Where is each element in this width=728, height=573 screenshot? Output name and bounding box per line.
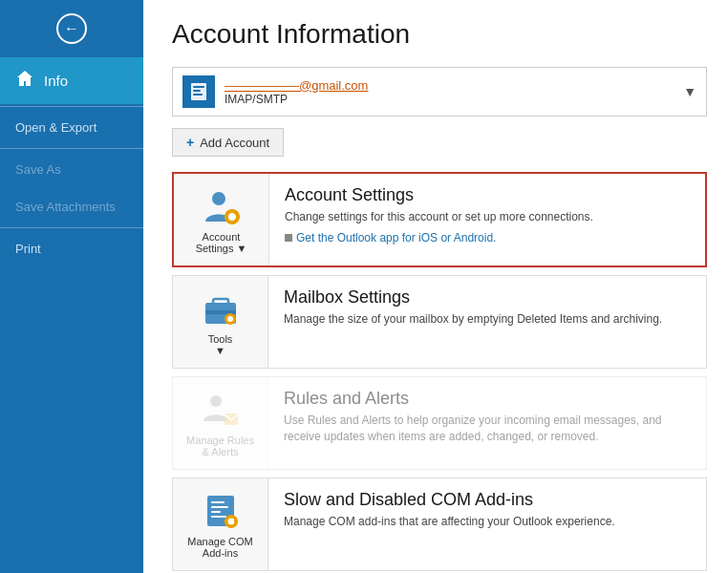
sidebar-divider-1 (0, 106, 143, 107)
account-settings-link-text: Get the Outlook app for iOS or Android. (296, 231, 496, 244)
com-addins-icon (200, 490, 242, 532)
mailbox-settings-content: Mailbox Settings Manage the size of your… (268, 276, 706, 368)
svg-rect-26 (211, 516, 226, 518)
sidebar: ← Info Open & Export Save As Save Attach… (0, 0, 143, 573)
svg-rect-7 (230, 209, 233, 213)
account-settings-desc: Change settings for this account or set … (285, 209, 690, 225)
svg-rect-23 (211, 501, 225, 503)
add-account-button[interactable]: + Add Account (172, 128, 284, 157)
house-icon (15, 69, 34, 93)
svg-point-19 (227, 316, 233, 322)
sidebar-item-open-export[interactable]: Open & Export (0, 109, 143, 146)
mailbox-settings-icon-label: Tools▼ (208, 333, 233, 356)
svg-rect-1 (193, 86, 204, 88)
back-circle-icon: ← (56, 13, 87, 44)
rules-alerts-title: Rules and Alerts (284, 389, 691, 409)
add-account-label: Add Account (200, 136, 269, 150)
sidebar-item-info[interactable]: Info (0, 57, 143, 104)
svg-rect-2 (193, 90, 201, 92)
dropdown-arrow-icon: ▼ (683, 84, 696, 99)
rules-alerts-content: Rules and Alerts Use Rules and Alerts to… (268, 377, 706, 469)
mailbox-settings-card[interactable]: Tools▼ Mailbox Settings Manage the size … (172, 275, 707, 369)
mailbox-settings-desc: Manage the size of your mailbox by empty… (284, 311, 691, 328)
mailbox-settings-icon (200, 287, 242, 329)
com-addins-icon-col: Manage COMAdd-ins (173, 478, 268, 570)
account-settings-card[interactable]: AccountSettings ▼ Account Settings Chang… (172, 172, 707, 267)
svg-point-28 (227, 519, 234, 525)
account-type: IMAP/SMTP (225, 93, 675, 106)
plus-icon: + (186, 135, 194, 150)
account-settings-icon (201, 185, 243, 227)
account-settings-link[interactable]: Get the Outlook app for iOS or Android. (285, 231, 690, 244)
svg-rect-29 (229, 515, 232, 519)
svg-rect-8 (230, 221, 233, 224)
svg-rect-16 (213, 299, 228, 305)
account-settings-title: Account Settings (285, 185, 690, 205)
com-addins-title: Slow and Disabled COM Add-ins (284, 490, 691, 510)
svg-rect-30 (229, 525, 232, 529)
link-bullet-icon (285, 234, 292, 242)
sidebar-item-save-attachments: Save Attachments (0, 188, 143, 225)
svg-point-20 (210, 395, 222, 407)
rules-alerts-icon-label: Manage Rules& Alerts (186, 435, 254, 457)
svg-point-4 (212, 192, 225, 205)
back-button[interactable]: ← (0, 0, 143, 57)
sidebar-item-print[interactable]: Print (0, 230, 143, 267)
rules-alerts-icon-col: Manage Rules& Alerts (173, 377, 268, 469)
com-addins-desc: Manage COM add-ins that are affecting yo… (284, 514, 691, 530)
account-settings-icon-col: AccountSettings ▼ (174, 174, 269, 265)
svg-rect-31 (224, 520, 227, 523)
sidebar-info-label: Info (44, 73, 68, 89)
svg-rect-24 (211, 506, 228, 508)
mailbox-settings-icon-col: Tools▼ (173, 276, 268, 368)
com-addins-card[interactable]: Manage COMAdd-ins Slow and Disabled COM … (172, 478, 707, 571)
sidebar-item-save-as: Save As (0, 151, 143, 188)
page-title: Account Information (172, 19, 699, 50)
account-settings-content: Account Settings Change settings for thi… (269, 174, 705, 265)
account-email: ――――――@gmail.com (225, 78, 675, 93)
account-info: ――――――@gmail.com IMAP/SMTP (225, 78, 675, 106)
com-addins-content: Slow and Disabled COM Add-ins Manage COM… (268, 478, 706, 570)
rules-alerts-desc: Use Rules and Alerts to help organize yo… (284, 413, 691, 445)
account-icon-box (182, 75, 215, 108)
svg-rect-25 (211, 511, 221, 513)
com-addins-icon-label: Manage COMAdd-ins (187, 536, 252, 559)
account-dropdown[interactable]: ――――――@gmail.com IMAP/SMTP ▼ (172, 67, 707, 117)
svg-rect-3 (193, 94, 203, 96)
sidebar-divider-2 (0, 148, 143, 149)
rules-alerts-icon (200, 389, 242, 431)
account-settings-icon-label: AccountSettings ▼ (196, 231, 247, 254)
svg-rect-32 (234, 520, 238, 523)
mailbox-settings-title: Mailbox Settings (284, 287, 691, 308)
svg-rect-9 (225, 216, 228, 219)
rules-alerts-card[interactable]: Manage Rules& Alerts Rules and Alerts Us… (172, 376, 707, 470)
sidebar-divider-3 (0, 227, 143, 228)
svg-rect-10 (236, 216, 240, 219)
svg-rect-21 (225, 414, 238, 425)
main-content: Account Information ――――――@gmail.com IMA… (143, 0, 728, 573)
